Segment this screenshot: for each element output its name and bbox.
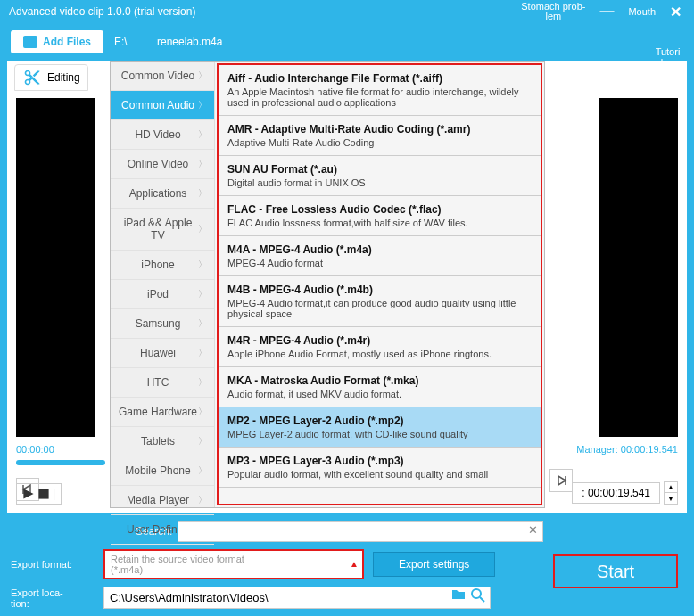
format-item-2[interactable]: SUN AU Format (*.au)Digital audio format…	[219, 156, 541, 196]
category-label: Applications	[118, 187, 198, 200]
format-item-7[interactable]: MKA - Matroska Audio Format (*.mka)Audio…	[219, 367, 541, 407]
format-desc: An Apple Macintosh native file format fo…	[227, 86, 532, 108]
format-item-9[interactable]: MP3 - MPEG Layer-3 Audio (*.mp3)Popular …	[219, 448, 541, 488]
export-format-select[interactable]: Retain the source video format (*.m4a) ▲	[103, 549, 364, 579]
format-title: MP2 - MPEG Layer-2 Audio (*.mp2)	[227, 415, 532, 427]
chevron-right-icon: 〉	[198, 187, 207, 200]
toolbar: Add Files E:\ reneelab.m4a	[0, 23, 694, 61]
category-list: Common Video〉Common Audio〉HD Video〉Onlin…	[111, 62, 215, 507]
stop-button[interactable]	[37, 488, 50, 500]
format-popup: Common Video〉Common Audio〉HD Video〉Onlin…	[110, 61, 545, 508]
chevron-right-icon: 〉	[198, 70, 207, 82]
category-item-4[interactable]: Applications〉	[111, 179, 214, 209]
format-pane: Aiff - Audio Interchange File Format (*.…	[215, 62, 544, 507]
add-files-button[interactable]: Add Files	[11, 30, 103, 53]
spinner-down[interactable]: ▼	[665, 493, 677, 504]
category-item-8[interactable]: Samsung〉	[111, 309, 214, 339]
scissors-icon	[22, 69, 42, 86]
svg-line-2	[480, 597, 484, 602]
folder-icon	[23, 36, 37, 48]
format-desc: MPEG-4 Audio format,it can produce good …	[227, 298, 532, 319]
format-item-8[interactable]: MP2 - MPEG Layer-2 Audio (*.mp2)MPEG Lay…	[219, 407, 541, 448]
chevron-right-icon: 〉	[198, 376, 207, 389]
format-item-5[interactable]: M4B - MPEG-4 Audio (*.m4b)MPEG-4 Audio f…	[219, 276, 541, 327]
category-label: Mobile Phone	[118, 464, 198, 477]
minimize-button[interactable]: —	[596, 4, 617, 20]
marker-icon	[555, 474, 567, 487]
format-desc: MPEG Layer-2 audio format, with CD-like …	[227, 429, 532, 439]
category-item-9[interactable]: Huawei〉	[111, 339, 214, 368]
format-title: M4A - MPEG-4 Audio (*.m4a)	[227, 243, 532, 256]
format-title: SUN AU Format (*.au)	[227, 163, 532, 176]
format-item-6[interactable]: M4R - MPEG-4 Audio (*.m4r)Apple iPhone A…	[219, 327, 541, 367]
export-location-row: Export loca- tion:	[11, 587, 683, 609]
chevron-right-icon: 〉	[198, 99, 207, 111]
category-item-14[interactable]: Media Player〉	[111, 486, 214, 515]
svg-point-1	[472, 589, 481, 598]
category-item-10[interactable]: HTC〉	[111, 368, 214, 398]
folder-open-icon[interactable]	[451, 588, 466, 605]
search-clear-icon[interactable]: ✕	[528, 523, 538, 537]
search-icon[interactable]	[471, 588, 485, 605]
format-item-1[interactable]: AMR - Adaptive Multi-Rate Audio Coding (…	[219, 116, 541, 156]
format-desc: Audio format, it used MKV audio format.	[227, 389, 532, 399]
category-label: iPod	[118, 288, 198, 300]
titlebar-text-1: Stomach prob- lem	[521, 2, 585, 21]
format-title: AMR - Adaptive Multi-Rate Audio Coding (…	[227, 123, 532, 136]
time-end-value[interactable]: : 00:00:19.541	[572, 482, 660, 504]
svg-rect-0	[38, 489, 48, 498]
format-item-4[interactable]: M4A - MPEG-4 Audio (*.m4a)MPEG-4 Audio f…	[219, 236, 541, 276]
export-location-input[interactable]	[103, 587, 491, 609]
export-format-label: Export format:	[11, 559, 95, 570]
time-spinner[interactable]: ▲ ▼	[664, 481, 678, 505]
time-start: 00:00:00	[16, 444, 54, 455]
close-button[interactable]: ✕	[666, 4, 685, 21]
category-item-12[interactable]: Tablets〉	[111, 427, 214, 456]
format-scroll[interactable]: Aiff - Audio Interchange File Format (*.…	[219, 65, 541, 504]
format-desc: Popular audio format, with excellent sou…	[227, 469, 532, 480]
category-label: Common Audio	[118, 99, 198, 111]
chevron-right-icon: 〉	[198, 317, 207, 330]
video-preview-left	[16, 98, 95, 437]
category-item-6[interactable]: iPhone〉	[111, 251, 214, 280]
marker-out-button[interactable]	[549, 469, 573, 492]
format-title: MP3 - MPEG Layer-3 Audio (*.mp3)	[227, 455, 532, 467]
format-title: FLAC - Free Lossless Audio Codec (*.flac…	[227, 203, 532, 216]
category-item-7[interactable]: iPod〉	[111, 280, 214, 309]
category-label: Tablets	[118, 435, 198, 448]
manager-label: Manager: 00:00:19.541	[576, 444, 678, 455]
start-button[interactable]: Start	[553, 554, 678, 588]
chevron-right-icon: 〉	[198, 223, 207, 235]
format-item-3[interactable]: FLAC - Free Lossless Audio Codec (*.flac…	[219, 196, 541, 236]
spinner-up[interactable]: ▲	[665, 482, 677, 493]
category-item-13[interactable]: Mobile Phone〉	[111, 456, 214, 486]
file-path: E:\ reneelab.m4a	[114, 36, 222, 48]
export-settings-button[interactable]: Export settings	[373, 552, 495, 577]
format-item-0[interactable]: Aiff - Audio Interchange File Format (*.…	[219, 65, 541, 116]
chevron-right-icon: 〉	[198, 464, 207, 477]
category-item-3[interactable]: Online Video〉	[111, 150, 214, 179]
category-item-1[interactable]: Common Audio〉	[111, 91, 214, 120]
category-item-0[interactable]: Common Video〉	[111, 62, 214, 91]
category-label: Game Hardware	[118, 406, 198, 418]
chevron-right-icon: 〉	[198, 494, 207, 506]
category-item-5[interactable]: iPad && Apple TV〉	[111, 209, 214, 251]
titlebar: Advanced video clip 1.0.0 (trial version…	[0, 0, 694, 23]
editing-tab[interactable]: Editing	[14, 64, 88, 91]
chevron-right-icon: 〉	[198, 435, 207, 448]
chevron-right-icon: 〉	[198, 347, 207, 359]
category-label: HD Video	[118, 128, 198, 141]
category-item-11[interactable]: Game Hardware〉	[111, 398, 214, 427]
add-files-label: Add Files	[43, 36, 91, 48]
format-title: M4R - MPEG-4 Audio (*.m4r)	[227, 334, 532, 347]
category-label: HTC	[118, 376, 198, 389]
format-desc: MPEG-4 Audio format	[227, 258, 532, 268]
search-input[interactable]	[178, 521, 543, 542]
video-preview-right	[599, 98, 678, 437]
category-label: Huawei	[118, 347, 198, 359]
category-item-2[interactable]: HD Video〉	[111, 120, 214, 150]
play-button[interactable]	[22, 488, 35, 500]
format-desc: Adaptive Multi-Rate Audio Coding	[227, 137, 532, 148]
category-label: iPad && Apple TV	[118, 217, 198, 242]
timeline-slider[interactable]	[16, 460, 105, 465]
